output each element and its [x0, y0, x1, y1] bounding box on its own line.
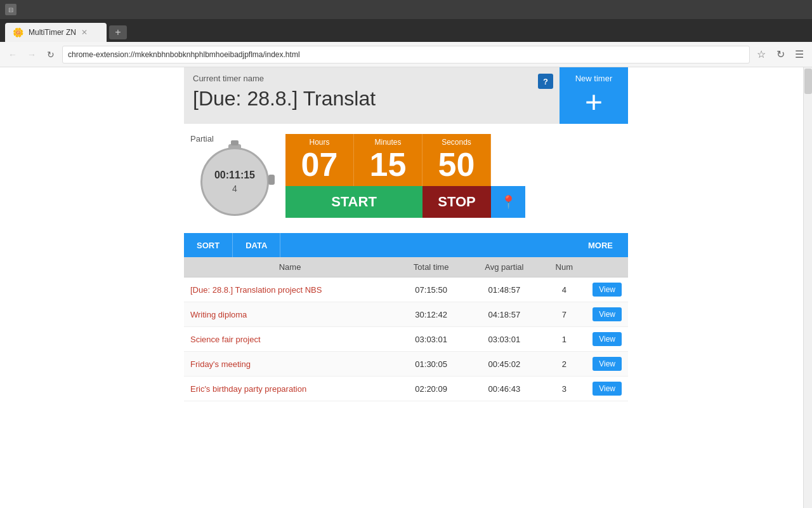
- cell-name: Writing diploma: [184, 302, 396, 327]
- address-bar-row: ← → ↻ ☆ ↻ ☰: [0, 42, 812, 67]
- cell-name: Eric's birthday party preparation: [184, 377, 396, 401]
- location-icon: 📍: [501, 194, 516, 210]
- sort-button[interactable]: SORT: [184, 233, 233, 257]
- current-timer-area: Current timer name [Due: 28.8.] Translat…: [184, 67, 560, 124]
- cell-name: [Due: 28.8.] Translation project NBS: [184, 277, 396, 302]
- new-tab-button[interactable]: +: [109, 25, 127, 39]
- partial-label: Partial: [190, 134, 214, 144]
- cell-name: Friday's meeting: [184, 352, 396, 377]
- view-button[interactable]: View: [593, 307, 622, 321]
- seconds-box[interactable]: Seconds 50: [422, 134, 491, 186]
- menu-icon[interactable]: ☰: [792, 47, 807, 62]
- stopwatch-time: 00:11:15: [214, 170, 255, 181]
- current-timer-label: Current timer name: [193, 74, 551, 83]
- view-button[interactable]: View: [593, 357, 622, 371]
- table-row: Eric's birthday party preparation 02:20:…: [184, 377, 628, 401]
- hours-value: 07: [301, 148, 338, 181]
- cell-view: View: [586, 302, 628, 327]
- cell-view: View: [586, 352, 628, 377]
- cell-avg-partial: 00:46:43: [466, 377, 542, 401]
- cell-avg-partial: 04:18:57: [466, 302, 542, 327]
- col-avg-partial: Avg partial: [466, 257, 542, 277]
- table-section: SORT DATA MORE Name Total time Avg parti…: [184, 233, 628, 401]
- cell-avg-partial: 03:03:01: [466, 327, 542, 352]
- minutes-value: 15: [370, 148, 407, 181]
- cell-total-time: 07:15:50: [396, 277, 466, 302]
- view-button[interactable]: View: [593, 283, 622, 297]
- table-row: Science fair project 03:03:01 03:03:01 1…: [184, 327, 628, 352]
- time-row: Hours 07 Minutes 15 Seconds 50: [285, 134, 525, 186]
- cell-total-time: 30:12:42: [396, 302, 466, 327]
- sync-icon[interactable]: ↻: [773, 47, 788, 62]
- minutes-box[interactable]: Minutes 15: [354, 134, 422, 186]
- more-button[interactable]: MORE: [573, 233, 628, 257]
- cell-total-time: 03:03:01: [396, 327, 466, 352]
- tab-bar: 🌼 MultiTimer ZN ✕ +: [0, 19, 812, 42]
- table-header-row: Name Total time Avg partial Num: [184, 257, 628, 277]
- app-container: Current timer name [Due: 28.8.] Translat…: [184, 67, 628, 401]
- browser-chrome: ⊟: [0, 0, 812, 19]
- window-controls: ⊟: [5, 4, 16, 15]
- header-section: Current timer name [Due: 28.8.] Translat…: [184, 67, 628, 124]
- cell-view: View: [586, 377, 628, 401]
- cell-num: 7: [542, 302, 586, 327]
- cell-total-time: 02:20:09: [396, 377, 466, 401]
- seconds-label: Seconds: [442, 138, 471, 147]
- stop-button[interactable]: STOP: [422, 186, 491, 218]
- table-row: Friday's meeting 01:30:05 00:45:02 2 Vie…: [184, 352, 628, 377]
- col-total-time: Total time: [396, 257, 466, 277]
- tab-close-button[interactable]: ✕: [81, 28, 88, 37]
- active-tab[interactable]: 🌼 MultiTimer ZN ✕: [5, 23, 107, 42]
- col-actions: [586, 257, 628, 277]
- page-content: Current timer name [Due: 28.8.] Translat…: [0, 67, 812, 401]
- seconds-value: 50: [438, 148, 475, 181]
- address-input[interactable]: [62, 46, 750, 64]
- scrollbar[interactable]: [803, 67, 812, 508]
- location-button[interactable]: 📍: [491, 186, 525, 218]
- window-settings-icon[interactable]: ⊟: [5, 4, 16, 15]
- view-button[interactable]: View: [593, 332, 622, 346]
- scrollbar-thumb[interactable]: [804, 69, 812, 94]
- table-row: Writing diploma 30:12:42 04:18:57 7 View: [184, 302, 628, 327]
- timer-display-section: Partial 00:11:15 4 Hours 07 M: [184, 124, 628, 228]
- stopwatch-button: [268, 175, 275, 185]
- cell-view: View: [586, 327, 628, 352]
- action-row: START STOP 📍: [285, 186, 525, 218]
- forward-button[interactable]: →: [24, 47, 39, 62]
- view-button[interactable]: View: [593, 382, 622, 396]
- data-table: Name Total time Avg partial Num [Due: 28…: [184, 257, 628, 401]
- stopwatch: 00:11:15 4: [200, 147, 269, 216]
- stopwatch-num: 4: [232, 184, 237, 194]
- bookmark-icon[interactable]: ☆: [754, 47, 769, 62]
- table-toolbar: SORT DATA MORE: [184, 233, 628, 257]
- hours-box[interactable]: Hours 07: [285, 134, 354, 186]
- cell-total-time: 01:30:05: [396, 352, 466, 377]
- minutes-label: Minutes: [374, 138, 401, 147]
- help-button[interactable]: ?: [538, 74, 553, 89]
- stopwatch-area: Partial 00:11:15 4: [184, 134, 285, 216]
- new-timer-plus-icon: +: [585, 87, 603, 117]
- cell-num: 2: [542, 352, 586, 377]
- cell-num: 1: [542, 327, 586, 352]
- col-name: Name: [184, 257, 396, 277]
- hours-label: Hours: [309, 138, 329, 147]
- cell-num: 3: [542, 377, 586, 401]
- cell-view: View: [586, 277, 628, 302]
- col-num: Num: [542, 257, 586, 277]
- toolbar-icons: ☆ ↻ ☰: [754, 47, 807, 62]
- time-controls: Hours 07 Minutes 15 Seconds 50 START STO…: [285, 134, 525, 218]
- back-button[interactable]: ←: [5, 47, 20, 62]
- start-button[interactable]: START: [285, 186, 422, 218]
- cell-name: Science fair project: [184, 327, 396, 352]
- cell-avg-partial: 01:48:57: [466, 277, 542, 302]
- cell-avg-partial: 00:45:02: [466, 352, 542, 377]
- tab-icon: 🌼: [13, 27, 23, 37]
- new-timer-button[interactable]: New timer +: [560, 67, 628, 124]
- stopwatch-crown: [231, 140, 239, 145]
- new-timer-label: New timer: [575, 74, 613, 83]
- current-timer-name: [Due: 28.8.] Translat: [193, 87, 551, 110]
- refresh-button[interactable]: ↻: [43, 47, 58, 62]
- data-button[interactable]: DATA: [233, 233, 280, 257]
- tab-label: MultiTimer ZN: [29, 28, 76, 37]
- cell-num: 4: [542, 277, 586, 302]
